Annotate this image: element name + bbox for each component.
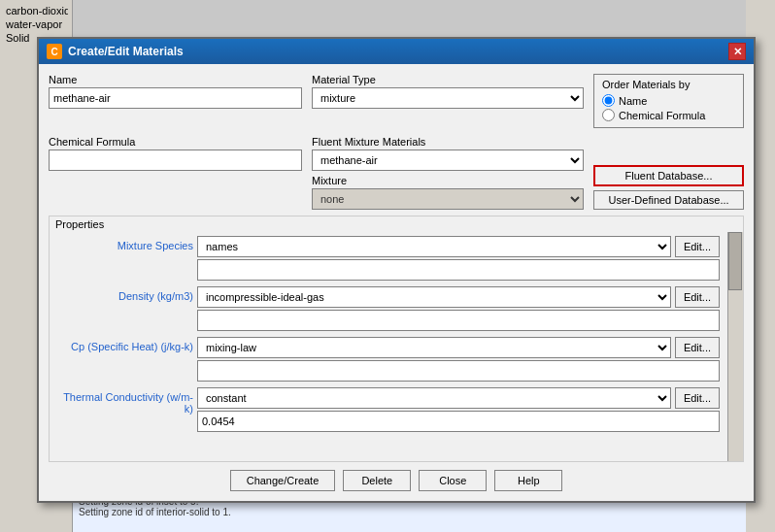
material-type-select[interactable]: mixture fluid solid <box>312 87 584 109</box>
properties-section: Properties Mixture Species names Edit... <box>49 216 744 462</box>
order-name-label: Name <box>619 95 647 107</box>
mixture-select[interactable]: none <box>312 188 584 210</box>
order-chemical-row: Chemical Formula <box>602 109 735 121</box>
thermal-conductivity-select[interactable]: constant <box>197 387 671 409</box>
properties-inner: Mixture Species names Edit... <box>50 232 743 461</box>
cp-edit-button[interactable]: Edit... <box>675 337 720 358</box>
order-chemical-radio[interactable] <box>602 109 615 121</box>
dialog-title-text: Create/Edit Materials <box>68 45 184 58</box>
thermal-conductivity-input[interactable] <box>197 411 720 432</box>
sidebar-item-water-vapor[interactable]: water-vapor <box>4 17 68 31</box>
bottom-buttons: Change/Create Delete Close Help <box>49 462 744 491</box>
name-section: Name <box>49 74 302 128</box>
mixture-species-edit-button[interactable]: Edit... <box>675 236 720 257</box>
dialog-titlebar: C Create/Edit Materials ✕ <box>39 39 754 64</box>
prop-row-thermal: Thermal Conductivity (w/m-k) constant Ed… <box>57 387 720 432</box>
prop-row-cp: Cp (Specific Heat) (j/kg-k) mixing-law E… <box>57 337 720 382</box>
density-controls: incompressible-ideal-gas Edit... <box>197 286 720 331</box>
prop-row-density: Density (kg/m3) incompressible-ideal-gas… <box>57 286 720 331</box>
mixture-species-controls: names Edit... <box>197 236 720 281</box>
order-materials-section: Order Materials by Name Chemical Formula <box>593 74 744 128</box>
density-edit-button[interactable]: Edit... <box>675 286 720 308</box>
status-line-2: Setting zone id of interior-solid to 1. <box>79 507 740 517</box>
properties-scrollbar[interactable] <box>727 232 743 461</box>
prop-row-mixture-species: Mixture Species names Edit... <box>57 236 720 281</box>
create-edit-materials-dialog: C Create/Edit Materials ✕ Name Material … <box>37 37 756 503</box>
properties-content: Mixture Species names Edit... <box>50 232 727 461</box>
order-name-radio[interactable] <box>602 94 615 107</box>
thermal-conductivity-label: Thermal Conductivity (w/m-k) <box>57 387 193 415</box>
mixture-sub-row: Mixture none <box>312 175 584 210</box>
dialog-body: Name Material Type mixture fluid solid O… <box>39 64 754 501</box>
chemical-formula-section: Chemical Formula <box>49 136 302 210</box>
dialog-close-button[interactable]: Close <box>419 470 487 491</box>
density-row: incompressible-ideal-gas Edit... <box>197 286 720 308</box>
name-label: Name <box>49 74 302 85</box>
material-type-label: Material Type <box>312 74 584 85</box>
density-label: Density (kg/m3) <box>57 286 193 302</box>
thermal-conductivity-controls: constant Edit... <box>197 387 720 432</box>
top-section: Name Material Type mixture fluid solid O… <box>49 74 744 128</box>
sidebar-item-carbon-dioxide[interactable]: carbon-dioxide <box>4 4 68 17</box>
order-name-row: Name <box>602 94 735 107</box>
name-input[interactable] <box>49 87 302 109</box>
mixture-species-input[interactable] <box>197 259 720 281</box>
chemical-formula-label: Chemical Formula <box>49 136 302 148</box>
chemical-formula-input[interactable] <box>49 150 302 171</box>
density-select[interactable]: incompressible-ideal-gas <box>197 286 671 308</box>
density-input[interactable] <box>197 310 720 331</box>
change-create-button[interactable]: Change/Create <box>230 470 336 491</box>
order-by-label: Order Materials by <box>602 79 735 90</box>
fluent-mixture-label: Fluent Mixture Materials <box>312 136 584 148</box>
delete-button[interactable]: Delete <box>343 470 411 491</box>
user-defined-database-button[interactable]: User-Defined Database... <box>593 190 744 210</box>
fluent-mixture-select[interactable]: methane-air <box>312 150 584 171</box>
properties-label: Properties <box>50 216 743 232</box>
mixture-species-label: Mixture Species <box>57 236 193 251</box>
dialog-icon: C <box>47 44 62 59</box>
help-button[interactable]: Help <box>494 470 562 491</box>
fluent-database-button[interactable]: Fluent Database... <box>593 165 744 186</box>
database-buttons-section: Fluent Database... User-Defined Database… <box>593 136 744 210</box>
thermal-conductivity-row: constant Edit... <box>197 387 720 409</box>
cp-controls: mixing-law Edit... <box>197 337 720 382</box>
scrollbar-thumb[interactable] <box>728 232 742 290</box>
order-chemical-label: Chemical Formula <box>619 110 705 121</box>
second-row: Chemical Formula Fluent Mixture Material… <box>49 136 744 210</box>
mixture-species-select[interactable]: names <box>197 236 671 257</box>
mixture-species-row: names Edit... <box>197 236 720 257</box>
material-type-section: Material Type mixture fluid solid <box>312 74 584 128</box>
cp-input[interactable] <box>197 360 720 382</box>
close-button[interactable]: ✕ <box>728 43 746 60</box>
thermal-conductivity-edit-button[interactable]: Edit... <box>675 387 720 409</box>
cp-row: mixing-law Edit... <box>197 337 720 358</box>
order-group: Order Materials by Name Chemical Formula <box>593 74 744 128</box>
cp-select[interactable]: mixing-law <box>197 337 671 358</box>
fluent-mixture-section: Fluent Mixture Materials methane-air Mix… <box>312 136 584 210</box>
mixture-label: Mixture <box>312 175 584 186</box>
cp-label: Cp (Specific Heat) (j/kg-k) <box>57 337 193 352</box>
dialog-title-group: C Create/Edit Materials <box>47 44 184 59</box>
